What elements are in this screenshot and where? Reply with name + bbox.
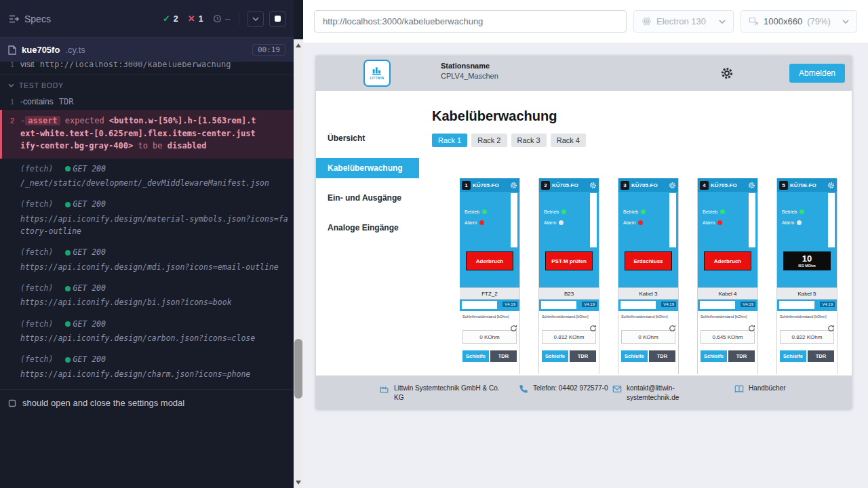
tdr-button[interactable]: TDR — [649, 350, 675, 362]
log-fetch-row[interactable]: (fetch)GET 200 /_next/static/development… — [0, 159, 294, 195]
resistance-value: 0.822 KOhm — [780, 330, 834, 344]
refresh-icon[interactable] — [669, 325, 676, 332]
tdr-button[interactable]: TDR — [490, 350, 517, 362]
tdr-button[interactable]: TDR — [570, 350, 596, 362]
led-strip — [590, 193, 597, 247]
log-row-contains[interactable]: 1 -containsTDR — [0, 94, 294, 110]
sidebar-item-kabelueberwachung[interactable]: Kabelüberwachung — [316, 158, 419, 178]
viewport-size: 1000x660 — [764, 16, 802, 26]
gear-icon[interactable] — [827, 182, 835, 189]
status-ok-dot — [65, 357, 71, 363]
refresh-icon[interactable] — [748, 325, 755, 332]
log-fetch-row[interactable]: (fetch)GET 200 https://api.iconify.desig… — [0, 278, 294, 314]
app-body: Übersicht Kabelüberwachung Ein- und Ausg… — [316, 91, 852, 409]
led-panel: Betrieb Alarm — [618, 192, 678, 251]
footer-email: kontakt@littwin-systemtechnik.de — [612, 384, 688, 402]
tab-rack-3[interactable]: Rack 3 — [511, 134, 547, 147]
status-display: PST-M prüfen — [545, 251, 593, 270]
next-test-title: should open and close the settings modal — [22, 398, 184, 408]
display-row: V4.19 — [698, 300, 757, 311]
firmware-version: V4.19 — [820, 302, 835, 307]
passed-count: ✓2 — [163, 14, 178, 24]
iso-unit: ISO MOhm — [798, 264, 816, 268]
stop-run-button[interactable] — [269, 11, 285, 27]
chevron-down-icon — [719, 20, 726, 24]
footer-handbooks[interactable]: Handbücher — [734, 384, 785, 394]
refresh-icon[interactable] — [510, 325, 517, 332]
display-screen — [462, 301, 497, 309]
schleife-button[interactable]: Schleife — [780, 350, 806, 362]
spec-header[interactable]: kue705fo.cy.ts 00:19 — [0, 38, 294, 62]
betrieb-led — [482, 209, 487, 214]
gear-icon[interactable] — [669, 182, 676, 189]
littwin-logo: LITTWIN — [363, 60, 391, 87]
log-fetch-row[interactable]: (fetch)GET 200 https://api.iconify.desig… — [0, 314, 294, 350]
scroll-up-arrow[interactable] — [296, 43, 301, 47]
viewport-zoom: (79%) — [807, 16, 831, 26]
next-test-row[interactable]: should open and close the settings modal — [0, 389, 294, 416]
log-row-assert-failed[interactable]: 2 -assert expected <button.w-[50%].h-[1.… — [0, 110, 294, 159]
scroll-down-arrow[interactable] — [296, 481, 301, 485]
tab-rack-1[interactable]: Rack 1 — [432, 134, 467, 147]
display-row: V4.19 — [777, 300, 837, 311]
gear-icon[interactable] — [510, 182, 517, 189]
firmware-version: V4.19 — [502, 302, 517, 307]
reporter-scrollbar[interactable] — [294, 0, 303, 488]
command-log: 1 visithttp://localhost:3000/kabelueberw… — [0, 62, 294, 385]
collapse-runs-button[interactable] — [248, 11, 264, 27]
factory-icon — [380, 384, 389, 394]
settings-gear-icon[interactable] — [720, 66, 734, 80]
specs-menu-icon[interactable] — [8, 14, 19, 24]
command-name: -contains — [20, 97, 54, 106]
status-ok-dot — [65, 250, 71, 256]
card-header: 1 KÜ705-FO — [460, 178, 519, 192]
log-section-test-body[interactable]: TEST BODY — [0, 75, 294, 94]
specs-label[interactable]: Specs — [24, 14, 51, 24]
clock-icon — [213, 14, 222, 23]
browser-name: Electron 130 — [656, 16, 706, 26]
display-row: V4.19 — [460, 300, 519, 311]
resistance-label: Schleifenwiderstand [kOhm] — [462, 314, 517, 319]
betrieb-led — [720, 209, 725, 214]
sidebar-item-uebersicht[interactable]: Übersicht — [316, 128, 419, 148]
cable-name: Kabel 3 — [618, 287, 678, 300]
refresh-icon[interactable] — [589, 325, 597, 332]
resistance-value: 0.812 KOhm — [542, 330, 596, 344]
stop-icon — [275, 16, 281, 22]
device-card-4: 4 KÜ705-FO Betrieb Alarm Aderbruch — [698, 178, 757, 374]
device-card-1: 1 KÜ705-FO Betrieb Alarm Aderbruch — [460, 178, 519, 374]
tab-rack-4[interactable]: Rack 4 — [551, 134, 586, 147]
schleife-button[interactable]: Schleife — [542, 350, 568, 362]
sidebar-item-analoge-eingaenge[interactable]: Analoge Eingänge — [316, 218, 419, 238]
tab-rack-2[interactable]: Rack 2 — [471, 134, 507, 147]
log-fetch-row[interactable]: (fetch)GET 200 https://api.iconify.desig… — [0, 194, 294, 242]
station-value: CPLV4_Maschen — [441, 72, 498, 80]
assert-badge: assert — [25, 116, 60, 125]
viewport-select[interactable]: 1000x660 (79%) — [741, 10, 857, 33]
log-fetch-row[interactable]: (fetch)GET 200 https://api.iconify.desig… — [0, 242, 294, 278]
schleife-button[interactable]: Schleife — [701, 350, 727, 362]
chevron-down-icon — [842, 20, 849, 24]
spec-name: kue705fo — [22, 45, 60, 55]
browser-select[interactable]: Electron 130 — [633, 10, 734, 33]
schleife-button[interactable]: Schleife — [462, 350, 489, 362]
card-number: 5 — [779, 181, 788, 190]
status-display: Erdschluss — [625, 251, 672, 270]
tdr-button[interactable]: TDR — [728, 350, 755, 362]
logout-button[interactable]: Abmelden — [789, 64, 845, 83]
log-fetch-row[interactable]: (fetch)GET 200 https://api.iconify.desig… — [0, 349, 294, 385]
resistance-section: Schleifenwiderstand [kOhm] 0.822 KOhm Sc… — [777, 311, 837, 374]
gear-icon[interactable] — [589, 182, 597, 189]
log-row-visit[interactable]: 1 visithttp://localhost:3000/kabelueberw… — [0, 62, 294, 75]
url-input[interactable] — [314, 10, 627, 33]
tdr-button[interactable]: TDR — [808, 350, 834, 362]
sidebar-item-ein-ausgaenge[interactable]: Ein- und Ausgänge — [316, 188, 419, 208]
led-panel: Betrieb Alarm — [777, 192, 837, 251]
status-display: Aderbruch — [466, 251, 513, 270]
scrollbar-thumb[interactable] — [294, 339, 302, 399]
schleife-button[interactable]: Schleife — [621, 350, 648, 362]
passed-icon: ✓ — [163, 14, 170, 24]
led-strip — [828, 193, 835, 247]
refresh-icon[interactable] — [827, 325, 835, 332]
gear-icon[interactable] — [748, 182, 755, 189]
